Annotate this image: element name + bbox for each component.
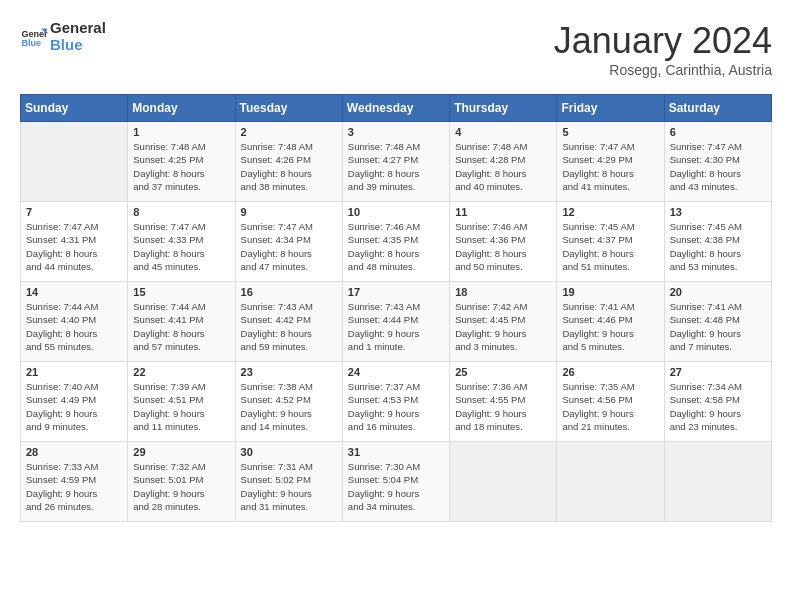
day-info: Sunrise: 7:48 AM Sunset: 4:26 PM Dayligh… [241, 140, 337, 193]
month-title: January 2024 [554, 20, 772, 62]
header-row: SundayMondayTuesdayWednesdayThursdayFrid… [21, 95, 772, 122]
day-cell: 1Sunrise: 7:48 AM Sunset: 4:25 PM Daylig… [128, 122, 235, 202]
day-info: Sunrise: 7:47 AM Sunset: 4:31 PM Dayligh… [26, 220, 122, 273]
day-cell: 12Sunrise: 7:45 AM Sunset: 4:37 PM Dayli… [557, 202, 664, 282]
day-cell: 15Sunrise: 7:44 AM Sunset: 4:41 PM Dayli… [128, 282, 235, 362]
svg-text:Blue: Blue [21, 38, 41, 48]
logo-line2: Blue [50, 37, 106, 54]
day-info: Sunrise: 7:48 AM Sunset: 4:25 PM Dayligh… [133, 140, 229, 193]
day-number: 23 [241, 366, 337, 378]
day-info: Sunrise: 7:47 AM Sunset: 4:33 PM Dayligh… [133, 220, 229, 273]
title-block: January 2024 Rosegg, Carinthia, Austria [554, 20, 772, 78]
column-header-tuesday: Tuesday [235, 95, 342, 122]
day-cell: 9Sunrise: 7:47 AM Sunset: 4:34 PM Daylig… [235, 202, 342, 282]
day-cell: 20Sunrise: 7:41 AM Sunset: 4:48 PM Dayli… [664, 282, 771, 362]
day-cell: 14Sunrise: 7:44 AM Sunset: 4:40 PM Dayli… [21, 282, 128, 362]
day-number: 25 [455, 366, 551, 378]
day-info: Sunrise: 7:40 AM Sunset: 4:49 PM Dayligh… [26, 380, 122, 433]
logo-icon: General Blue [20, 23, 48, 51]
day-cell: 8Sunrise: 7:47 AM Sunset: 4:33 PM Daylig… [128, 202, 235, 282]
day-cell: 11Sunrise: 7:46 AM Sunset: 4:36 PM Dayli… [450, 202, 557, 282]
column-header-sunday: Sunday [21, 95, 128, 122]
day-info: Sunrise: 7:32 AM Sunset: 5:01 PM Dayligh… [133, 460, 229, 513]
day-number: 24 [348, 366, 444, 378]
day-info: Sunrise: 7:45 AM Sunset: 4:37 PM Dayligh… [562, 220, 658, 273]
week-row-5: 28Sunrise: 7:33 AM Sunset: 4:59 PM Dayli… [21, 442, 772, 522]
day-info: Sunrise: 7:37 AM Sunset: 4:53 PM Dayligh… [348, 380, 444, 433]
column-header-monday: Monday [128, 95, 235, 122]
day-info: Sunrise: 7:44 AM Sunset: 4:41 PM Dayligh… [133, 300, 229, 353]
column-header-saturday: Saturday [664, 95, 771, 122]
day-number: 10 [348, 206, 444, 218]
day-cell: 18Sunrise: 7:42 AM Sunset: 4:45 PM Dayli… [450, 282, 557, 362]
day-cell: 21Sunrise: 7:40 AM Sunset: 4:49 PM Dayli… [21, 362, 128, 442]
day-cell: 5Sunrise: 7:47 AM Sunset: 4:29 PM Daylig… [557, 122, 664, 202]
day-cell: 2Sunrise: 7:48 AM Sunset: 4:26 PM Daylig… [235, 122, 342, 202]
day-number: 28 [26, 446, 122, 458]
day-cell: 4Sunrise: 7:48 AM Sunset: 4:28 PM Daylig… [450, 122, 557, 202]
day-info: Sunrise: 7:39 AM Sunset: 4:51 PM Dayligh… [133, 380, 229, 433]
day-cell: 28Sunrise: 7:33 AM Sunset: 4:59 PM Dayli… [21, 442, 128, 522]
day-number: 8 [133, 206, 229, 218]
day-number: 5 [562, 126, 658, 138]
location-subtitle: Rosegg, Carinthia, Austria [554, 62, 772, 78]
day-number: 4 [455, 126, 551, 138]
column-header-wednesday: Wednesday [342, 95, 449, 122]
day-info: Sunrise: 7:46 AM Sunset: 4:36 PM Dayligh… [455, 220, 551, 273]
logo: General Blue General Blue [20, 20, 106, 53]
column-header-thursday: Thursday [450, 95, 557, 122]
day-number: 13 [670, 206, 766, 218]
day-number: 7 [26, 206, 122, 218]
day-number: 16 [241, 286, 337, 298]
day-cell: 7Sunrise: 7:47 AM Sunset: 4:31 PM Daylig… [21, 202, 128, 282]
day-number: 21 [26, 366, 122, 378]
day-cell: 17Sunrise: 7:43 AM Sunset: 4:44 PM Dayli… [342, 282, 449, 362]
day-info: Sunrise: 7:46 AM Sunset: 4:35 PM Dayligh… [348, 220, 444, 273]
day-info: Sunrise: 7:44 AM Sunset: 4:40 PM Dayligh… [26, 300, 122, 353]
day-number: 22 [133, 366, 229, 378]
day-info: Sunrise: 7:33 AM Sunset: 4:59 PM Dayligh… [26, 460, 122, 513]
day-info: Sunrise: 7:42 AM Sunset: 4:45 PM Dayligh… [455, 300, 551, 353]
day-cell [557, 442, 664, 522]
day-cell: 6Sunrise: 7:47 AM Sunset: 4:30 PM Daylig… [664, 122, 771, 202]
day-number: 20 [670, 286, 766, 298]
day-info: Sunrise: 7:43 AM Sunset: 4:42 PM Dayligh… [241, 300, 337, 353]
logo-line1: General [50, 20, 106, 37]
day-info: Sunrise: 7:47 AM Sunset: 4:29 PM Dayligh… [562, 140, 658, 193]
day-cell: 24Sunrise: 7:37 AM Sunset: 4:53 PM Dayli… [342, 362, 449, 442]
day-number: 9 [241, 206, 337, 218]
day-cell: 16Sunrise: 7:43 AM Sunset: 4:42 PM Dayli… [235, 282, 342, 362]
day-info: Sunrise: 7:45 AM Sunset: 4:38 PM Dayligh… [670, 220, 766, 273]
day-info: Sunrise: 7:38 AM Sunset: 4:52 PM Dayligh… [241, 380, 337, 433]
day-cell [664, 442, 771, 522]
day-info: Sunrise: 7:30 AM Sunset: 5:04 PM Dayligh… [348, 460, 444, 513]
day-cell: 10Sunrise: 7:46 AM Sunset: 4:35 PM Dayli… [342, 202, 449, 282]
day-number: 18 [455, 286, 551, 298]
week-row-2: 7Sunrise: 7:47 AM Sunset: 4:31 PM Daylig… [21, 202, 772, 282]
day-cell: 23Sunrise: 7:38 AM Sunset: 4:52 PM Dayli… [235, 362, 342, 442]
day-cell: 19Sunrise: 7:41 AM Sunset: 4:46 PM Dayli… [557, 282, 664, 362]
day-info: Sunrise: 7:35 AM Sunset: 4:56 PM Dayligh… [562, 380, 658, 433]
day-number: 3 [348, 126, 444, 138]
day-cell: 31Sunrise: 7:30 AM Sunset: 5:04 PM Dayli… [342, 442, 449, 522]
column-header-friday: Friday [557, 95, 664, 122]
day-info: Sunrise: 7:43 AM Sunset: 4:44 PM Dayligh… [348, 300, 444, 353]
day-number: 2 [241, 126, 337, 138]
day-number: 15 [133, 286, 229, 298]
day-info: Sunrise: 7:48 AM Sunset: 4:27 PM Dayligh… [348, 140, 444, 193]
calendar-table: SundayMondayTuesdayWednesdayThursdayFrid… [20, 94, 772, 522]
day-cell [450, 442, 557, 522]
week-row-1: 1Sunrise: 7:48 AM Sunset: 4:25 PM Daylig… [21, 122, 772, 202]
day-number: 17 [348, 286, 444, 298]
day-number: 1 [133, 126, 229, 138]
week-row-3: 14Sunrise: 7:44 AM Sunset: 4:40 PM Dayli… [21, 282, 772, 362]
day-cell: 27Sunrise: 7:34 AM Sunset: 4:58 PM Dayli… [664, 362, 771, 442]
day-info: Sunrise: 7:47 AM Sunset: 4:30 PM Dayligh… [670, 140, 766, 193]
day-cell: 30Sunrise: 7:31 AM Sunset: 5:02 PM Dayli… [235, 442, 342, 522]
day-info: Sunrise: 7:41 AM Sunset: 4:48 PM Dayligh… [670, 300, 766, 353]
day-info: Sunrise: 7:48 AM Sunset: 4:28 PM Dayligh… [455, 140, 551, 193]
day-number: 31 [348, 446, 444, 458]
day-cell: 25Sunrise: 7:36 AM Sunset: 4:55 PM Dayli… [450, 362, 557, 442]
day-number: 27 [670, 366, 766, 378]
day-info: Sunrise: 7:47 AM Sunset: 4:34 PM Dayligh… [241, 220, 337, 273]
